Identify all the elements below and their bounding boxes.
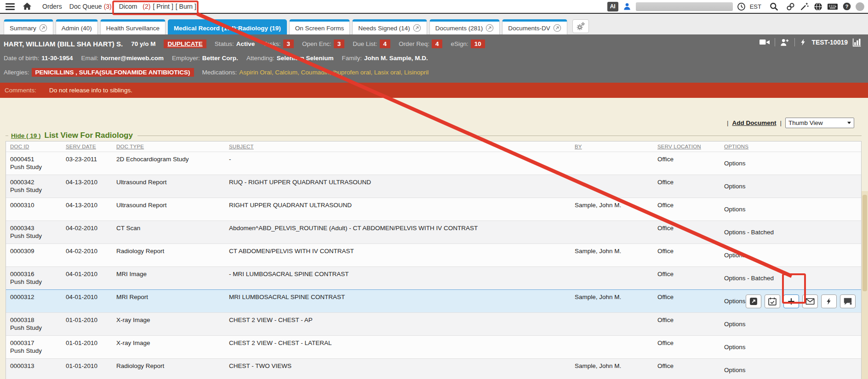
vertical-scrollbar[interactable] bbox=[862, 191, 868, 379]
header-by[interactable]: BY bbox=[571, 144, 653, 149]
lightning-icon[interactable] bbox=[799, 38, 807, 47]
options-link[interactable]: Options bbox=[724, 205, 746, 213]
nav-dicom-burn[interactable]: [ Burn ] bbox=[176, 3, 196, 10]
hamburger-menu-icon[interactable] bbox=[6, 3, 15, 10]
hide-list-link[interactable]: Hide ( 19 ) bbox=[11, 132, 41, 139]
video-camera-icon[interactable] bbox=[759, 38, 770, 47]
plus-icon bbox=[787, 297, 796, 306]
link-icon[interactable] bbox=[786, 2, 795, 11]
email-button[interactable] bbox=[802, 294, 818, 308]
bar-chart-icon[interactable] bbox=[852, 38, 862, 47]
view-mode-select[interactable]: Thumb View bbox=[785, 118, 854, 128]
keyboard-icon[interactable] bbox=[827, 2, 838, 11]
options-cell: Options - Batched bbox=[720, 267, 861, 289]
tab-medical-record-radiology[interactable]: Medical Record (174):Radiology (19) bbox=[168, 19, 287, 34]
options-link[interactable]: Options bbox=[724, 182, 746, 190]
header-doc-type[interactable]: DOC TYPE bbox=[112, 144, 225, 149]
table-row[interactable]: 0000309 04-02-2010 Radiology Report CT A… bbox=[6, 243, 861, 266]
counter-open-enc[interactable]: Open Enc:3 bbox=[302, 40, 344, 48]
radiology-document-table: DOC ID SERV DATE DOC TYPE SUBJECT BY SER… bbox=[6, 141, 862, 379]
user-icon[interactable] bbox=[622, 2, 632, 11]
options-cell: Options bbox=[720, 313, 861, 335]
tab-admin[interactable]: Admin (40) bbox=[56, 19, 98, 34]
serv-date-cell: 04-13-2010 bbox=[62, 198, 112, 221]
patient-name: HART, WILLIAM (BILL SHA HART) S. bbox=[4, 40, 123, 48]
tab-health-surveillance[interactable]: Health Surveillance bbox=[100, 19, 166, 34]
serv-date-cell: 01-01-2010 bbox=[62, 359, 112, 379]
chevron-down-icon bbox=[847, 122, 851, 124]
search-icon[interactable] bbox=[769, 2, 779, 11]
table-row[interactable]: 0000316Push Study 04-01-2010 MRI Image -… bbox=[6, 266, 861, 289]
counter-due-list[interactable]: Due List:4 bbox=[353, 40, 390, 48]
add-to-dicom-button[interactable] bbox=[783, 294, 799, 308]
counter-esign[interactable]: eSign:10 bbox=[451, 40, 485, 48]
by-cell bbox=[571, 152, 653, 175]
header-subject[interactable]: SUBJECT bbox=[225, 144, 571, 149]
nav-doc-queue[interactable]: Doc Queue(3) bbox=[69, 3, 112, 10]
external-link-icon bbox=[553, 24, 561, 32]
options-link[interactable]: Options bbox=[724, 320, 746, 328]
header-options[interactable]: OPTIONS bbox=[720, 144, 861, 149]
tab-documents-dv[interactable]: Documents-DV bbox=[502, 19, 567, 34]
by-cell bbox=[571, 313, 653, 335]
table-row[interactable]: 0000343Push Study 04-02-2010 CT Scan Abd… bbox=[6, 221, 861, 243]
chart-id: TEST-10019 bbox=[811, 39, 848, 46]
header-serv-location[interactable]: SERV LOCATION bbox=[653, 144, 720, 149]
help-icon[interactable]: ? bbox=[842, 2, 851, 11]
patient-status: Status:Active bbox=[215, 40, 255, 47]
patient-attending: Attending:Selenium Selenium bbox=[246, 55, 334, 62]
options-cell: Options - Batched bbox=[720, 221, 861, 243]
add-document-link[interactable]: Add Document bbox=[732, 119, 776, 126]
counter-order-req[interactable]: Order Req:4 bbox=[399, 40, 442, 48]
table-row[interactable]: 0000342Push Study 04-13-2010 Ultrasound … bbox=[6, 175, 861, 198]
clock-icon[interactable] bbox=[737, 2, 746, 11]
options-link[interactable]: Options - Batched bbox=[724, 228, 774, 236]
table-header-row: DOC ID SERV DATE DOC TYPE SUBJECT BY SER… bbox=[6, 141, 861, 152]
gears-icon bbox=[576, 21, 586, 31]
scrollbar-thumb[interactable] bbox=[862, 195, 867, 291]
tab-needs-signed[interactable]: Needs Signed (14) bbox=[352, 19, 427, 34]
quick-action-button[interactable] bbox=[821, 294, 837, 308]
table-row[interactable]: 0000317Push Study 01-01-2010 X-ray Image… bbox=[6, 335, 861, 358]
push-study-label: Push Study bbox=[10, 186, 60, 194]
nav-dicom[interactable]: Dicom (2) bbox=[119, 3, 151, 10]
counter-tasks[interactable]: Tasks:3 bbox=[263, 40, 294, 48]
tab-documents[interactable]: Documents (281) bbox=[429, 19, 500, 34]
subject-cell: - MRI LUMBOSACRAL SPINE CONTRAST bbox=[225, 267, 571, 289]
options-link[interactable]: Options bbox=[724, 159, 746, 167]
options-link[interactable]: Options bbox=[724, 297, 746, 305]
header-doc-id[interactable]: DOC ID bbox=[6, 144, 62, 149]
comment-button[interactable] bbox=[840, 294, 856, 308]
duplicate-badge[interactable]: DUPLICATE bbox=[164, 40, 206, 48]
tab-settings-button[interactable] bbox=[572, 19, 589, 33]
serv-date-cell: 04-02-2010 bbox=[62, 221, 112, 243]
serv-location-cell: Office bbox=[653, 336, 720, 358]
wand-icon[interactable] bbox=[799, 2, 809, 11]
table-row[interactable]: 0000312 04-01-2010 MRI Report MRI LUMBOS… bbox=[6, 289, 861, 312]
tab-summary[interactable]: Summary bbox=[4, 19, 53, 34]
globe-icon[interactable] bbox=[813, 2, 823, 11]
home-icon[interactable] bbox=[22, 1, 32, 11]
options-link[interactable]: Options bbox=[724, 251, 746, 259]
table-row[interactable]: 0000451Push Study 03-23-2011 2D Echocard… bbox=[6, 152, 861, 175]
add-person-icon[interactable] bbox=[780, 38, 790, 47]
table-row[interactable]: 0000313 01-01-2010 Radiology Report CHES… bbox=[6, 358, 861, 379]
table-row[interactable]: 0000318Push Study 01-01-2010 X-ray Image… bbox=[6, 312, 861, 335]
tab-on-screen-forms[interactable]: On Screen Forms bbox=[289, 19, 350, 34]
svg-text:?: ? bbox=[845, 4, 849, 9]
subject-cell: Abdomen^ABD_PELVIS_ROUTINE (Adult) - CT … bbox=[225, 221, 571, 243]
chat-bubble-icon bbox=[843, 297, 852, 305]
by-cell bbox=[571, 175, 653, 198]
nav-orders[interactable]: Orders bbox=[42, 3, 62, 10]
options-link[interactable]: Options bbox=[724, 343, 746, 351]
ai-badge[interactable]: AI bbox=[607, 2, 618, 11]
doc-type-cell: 2D Echocardiogram Study bbox=[112, 152, 225, 175]
nav-dicom-print[interactable]: [ Print ] bbox=[153, 3, 173, 10]
serv-location-cell: Office bbox=[653, 359, 720, 379]
options-link[interactable]: Options - Batched bbox=[724, 274, 774, 282]
header-serv-date[interactable]: SERV DATE bbox=[62, 144, 112, 149]
open-external-button[interactable] bbox=[746, 294, 761, 308]
table-row[interactable]: 0000310 04-13-2010 Ultrasound Report RIG… bbox=[6, 198, 861, 221]
options-link[interactable]: Options bbox=[724, 366, 746, 374]
calendar-button[interactable] bbox=[765, 294, 780, 308]
